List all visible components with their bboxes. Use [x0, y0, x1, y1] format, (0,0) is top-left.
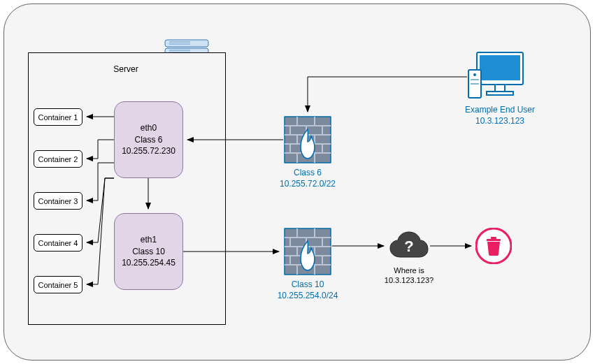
svg-rect-60 — [491, 237, 496, 239]
iface-class: Class 10 — [132, 246, 165, 258]
cloud-line1: Where is — [394, 266, 424, 275]
container-4: Container 4 — [34, 234, 83, 252]
container-label: Container 3 — [38, 197, 78, 205]
container-3: Container 3 — [34, 192, 83, 210]
svg-point-54 — [473, 73, 476, 76]
container-label: Container 1 — [38, 113, 78, 122]
container-5: Container 5 — [34, 276, 83, 293]
interface-eth1: eth1 Class 10 10.255.254.45 — [114, 213, 183, 290]
container-1: Container 1 — [34, 108, 83, 126]
svg-rect-59 — [487, 239, 501, 241]
fw-class: Class 6 — [294, 168, 322, 177]
firewall-class6-icon — [283, 115, 332, 164]
interface-eth0: eth0 Class 6 10.255.72.230 — [114, 101, 183, 178]
iface-name: eth0 — [141, 122, 157, 134]
user-title: Example End User — [465, 105, 535, 115]
end-user-icon — [467, 49, 530, 101]
svg-rect-0 — [165, 40, 208, 47]
fw-subnet: 10.255.72.0/22 — [280, 179, 336, 189]
fw-subnet: 10.255.254.0/24 — [278, 291, 338, 300]
container-2: Container 2 — [34, 150, 83, 168]
firewall-class10-label: Class 10 10.255.254.0/24 — [273, 279, 343, 301]
container-label: Container 4 — [38, 239, 78, 247]
svg-rect-51 — [495, 85, 505, 92]
cloud-line2: 10.3.123.123? — [385, 276, 433, 284]
end-user-label: Example End User 10.3.123.123 — [454, 105, 545, 126]
diagram-canvas: Server Container 1 Container 2 Container… — [0, 0, 595, 364]
fw-class: Class 10 — [292, 279, 324, 289]
firewall-class10-icon — [283, 227, 332, 276]
server-title: Server — [98, 64, 154, 74]
trash-icon — [475, 228, 512, 264]
svg-text:?: ? — [404, 238, 413, 255]
user-ip: 10.3.123.123 — [475, 116, 524, 126]
container-label: Container 5 — [38, 281, 78, 289]
container-label: Container 2 — [38, 155, 78, 163]
iface-class: Class 6 — [134, 134, 162, 146]
cloud-question-label: Where is 10.3.123.123? — [381, 265, 437, 286]
iface-ip: 10.255.72.230 — [122, 145, 175, 157]
iface-name: eth1 — [141, 234, 157, 246]
iface-ip: 10.255.254.45 — [122, 257, 175, 269]
firewall-class6-label: Class 6 10.255.72.0/22 — [276, 168, 339, 189]
svg-rect-50 — [480, 55, 520, 80]
svg-rect-52 — [487, 92, 513, 95]
cloud-question-icon: ? — [388, 231, 430, 262]
